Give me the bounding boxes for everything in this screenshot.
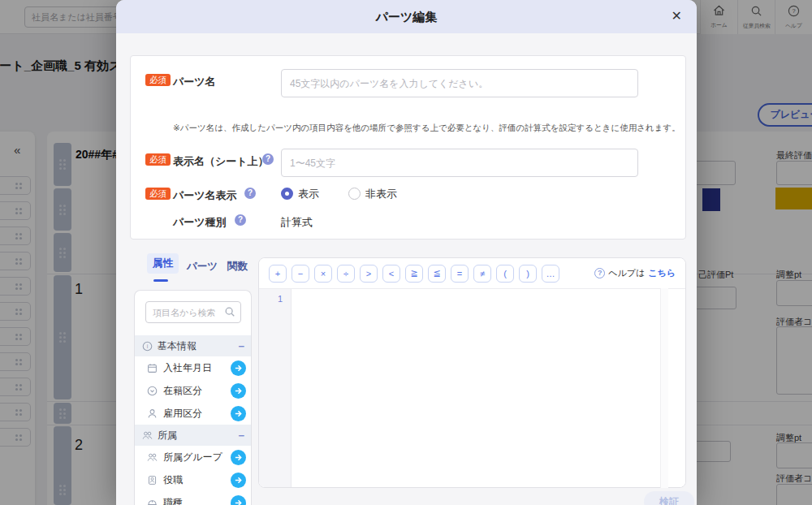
item-label: 所属グループ — [163, 451, 231, 464]
radio-hide-label: 非表示 — [365, 188, 397, 200]
tab-parts[interactable]: パーツ — [185, 257, 219, 277]
status-circle-icon — [146, 386, 158, 396]
help-tooltip-icon[interactable]: ? — [244, 188, 256, 199]
collapse-section-icon[interactable]: − — [238, 340, 244, 352]
insert-attribute-button[interactable] — [231, 383, 246, 399]
app-root: ホーム 従業員検索 ? ヘルプ シート_企画職_5 有効ステ プレビュー « 2… — [0, 0, 812, 505]
palette-section-affiliation[interactable]: 所属 − — [135, 425, 252, 446]
palette-section-basic-info[interactable]: i 基本情報 − — [135, 335, 252, 356]
insert-attribute-button[interactable] — [231, 450, 246, 465]
modal-header: パーツ編集 ✕ — [116, 0, 697, 33]
calendar-icon — [146, 363, 158, 373]
palette-item-employment-class[interactable]: 雇用区分 — [135, 402, 252, 425]
op-multiply-button[interactable]: × — [314, 265, 332, 283]
item-label: 在籍区分 — [163, 384, 231, 398]
palette-item-group[interactable]: 所属グループ — [135, 446, 252, 468]
verify-button[interactable]: 検証 — [644, 491, 694, 505]
attribute-palette: i 基本情報 − 入社年月日 在籍区分 — [134, 290, 252, 505]
parts-form-card: 必須 パーツ名 ※パーツ名は、作成したパーツ内の項目内容を他の場所で参照する上で… — [130, 55, 686, 240]
radio-unselected-icon[interactable] — [348, 188, 361, 200]
collapse-section-icon[interactable]: − — [238, 429, 244, 442]
op-paren-close-button[interactable]: ) — [519, 265, 537, 283]
op-gte-button[interactable]: ≧ — [405, 265, 423, 283]
help-tooltip-icon[interactable]: ? — [262, 153, 274, 165]
op-plus-button[interactable]: + — [269, 265, 287, 283]
formula-editor: + − × ÷ > < ≧ ≦ = ≠ ( ) … ? ヘルプは こちら — [258, 257, 686, 488]
op-equal-button[interactable]: = — [451, 265, 469, 283]
help-text: ヘルプは — [608, 267, 645, 279]
palette-rows: i 基本情報 − 入社年月日 在籍区分 — [135, 335, 252, 505]
op-minus-button[interactable]: − — [292, 265, 309, 283]
parts-type-value: 計算式 — [281, 215, 313, 230]
palette-item-position[interactable]: 役職 — [135, 468, 252, 491]
required-badge: 必須 — [145, 74, 171, 86]
line-number-gutter: 1 — [259, 289, 292, 487]
parts-name-note: ※パーツ名は、作成したパーツ内の項目内容を他の場所で参照する上で必要となり、評価… — [173, 123, 680, 134]
radio-selected-icon[interactable] — [281, 188, 293, 200]
help-tooltip-icon[interactable]: ? — [235, 214, 246, 226]
editor-scrollbar[interactable] — [660, 288, 668, 488]
op-divide-button[interactable]: ÷ — [337, 265, 355, 283]
insert-attribute-button[interactable] — [231, 360, 246, 376]
radio-show[interactable]: 表示 — [281, 186, 319, 201]
item-label: 雇用区分 — [163, 407, 231, 421]
people-icon — [141, 430, 153, 441]
help-circle-icon: ? — [594, 268, 605, 278]
active-tab-indicator — [153, 279, 168, 282]
modal-title: パーツ編集 — [116, 0, 697, 33]
tab-function[interactable]: 関数 — [226, 257, 249, 277]
op-more-button[interactable]: … — [542, 265, 559, 283]
insert-attribute-button[interactable] — [231, 473, 246, 488]
required-badge: 必須 — [145, 153, 171, 166]
search-icon — [224, 306, 235, 321]
op-greater-button[interactable]: > — [360, 265, 378, 283]
close-icon[interactable]: ✕ — [672, 9, 682, 24]
radio-hide[interactable]: 非表示 — [348, 186, 397, 201]
insert-attribute-button[interactable] — [231, 495, 246, 505]
required-badge: 必須 — [145, 188, 171, 200]
item-label: 入社年月日 — [163, 361, 231, 375]
name-visibility-label: パーツ名表示 — [173, 188, 237, 203]
display-name-label: 表示名（シート上） — [173, 154, 269, 169]
formula-input-area[interactable]: 1 — [259, 289, 685, 487]
parts-type-label: パーツ種別 — [173, 215, 227, 230]
op-lte-button[interactable]: ≦ — [428, 265, 446, 283]
operator-toolbar: + − × ÷ > < ≧ ≦ = ≠ ( ) … ? ヘルプは こちら — [259, 258, 685, 289]
person-icon — [146, 408, 158, 419]
badge-icon — [146, 475, 158, 486]
help-link[interactable]: こちら — [648, 267, 676, 279]
op-not-equal-button[interactable]: ≠ — [473, 265, 491, 283]
info-circle-icon: i — [141, 341, 153, 352]
palette-item-job-type[interactable]: 職種 — [135, 491, 252, 505]
line-number: 1 — [278, 294, 283, 304]
insert-attribute-button[interactable] — [231, 406, 246, 421]
op-less-button[interactable]: < — [382, 265, 400, 283]
palette-item-enrollment-class[interactable]: 在籍区分 — [135, 379, 252, 402]
section-label: 所属 — [158, 429, 238, 442]
people-icon — [146, 452, 158, 463]
item-label: 役職 — [163, 473, 231, 487]
editor-help: ? ヘルプは こちら — [594, 267, 676, 279]
op-paren-open-button[interactable]: ( — [496, 265, 514, 283]
parts-name-input[interactable] — [281, 69, 638, 97]
section-label: 基本情報 — [158, 339, 238, 353]
palette-item-hire-date[interactable]: 入社年月日 — [135, 356, 252, 379]
parts-edit-modal: パーツ編集 ✕ 必須 パーツ名 ※パーツ名は、作成したパーツ内の項目内容を他の場… — [116, 0, 697, 505]
helmet-icon — [146, 498, 158, 505]
display-name-input[interactable] — [281, 149, 638, 177]
item-label: 職種 — [163, 496, 231, 505]
tab-attribute[interactable]: 属性 — [147, 253, 179, 274]
radio-show-label: 表示 — [298, 188, 319, 200]
parts-name-label: パーツ名 — [173, 75, 216, 89]
svg-text:i: i — [146, 343, 148, 350]
